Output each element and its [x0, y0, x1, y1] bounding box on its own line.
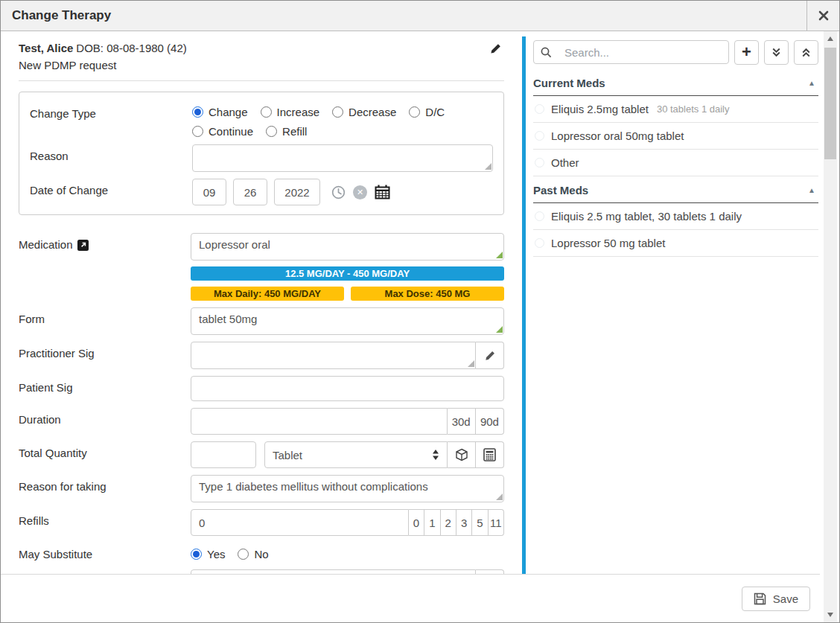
refill-11-button[interactable]: 11 [489, 509, 504, 536]
scrollbar-up-button[interactable] [824, 33, 837, 45]
x-circle-icon: ✕ [357, 188, 363, 197]
med-item-lopressor-current[interactable]: Lopressor oral 50mg tablet [533, 123, 818, 150]
triangle-down-icon [827, 613, 833, 617]
prescriber-label: Prescriber [19, 569, 191, 575]
prescriber-select[interactable]: Select User [191, 569, 476, 575]
max-dose-badge: Max Dose: 450 MG [351, 287, 504, 301]
pdmp-request-link[interactable]: New PDMP request [19, 59, 504, 71]
close-button[interactable] [806, 1, 839, 31]
scrollbar-thumb[interactable] [824, 48, 836, 159]
radio-change[interactable]: Change [192, 106, 248, 118]
radio-substitute-yes[interactable]: Yes [191, 548, 225, 560]
med-item-eliquis-current[interactable]: Eliquis 2.5mg tablet 30 tablets 1 daily [533, 96, 818, 123]
calendar-button[interactable] [375, 185, 390, 199]
date-day-input[interactable] [233, 179, 267, 205]
add-med-button[interactable]: + [734, 40, 759, 65]
external-link-icon [77, 240, 89, 251]
clock-icon [331, 185, 346, 199]
double-chevron-down-icon [771, 47, 782, 58]
refill-0-button[interactable]: 0 [409, 509, 424, 536]
reason-textarea[interactable] [192, 144, 493, 172]
refill-5-button[interactable]: 5 [472, 509, 488, 536]
refills-input[interactable] [191, 509, 409, 536]
vertical-scrollbar[interactable] [824, 31, 837, 622]
plus-icon: + [742, 44, 751, 60]
med-radio-icon [535, 104, 544, 114]
radio-refill[interactable]: Refill [266, 125, 307, 138]
date-month-input[interactable] [192, 179, 226, 205]
resize-grip-icon[interactable] [496, 493, 503, 500]
clock-button[interactable] [331, 185, 346, 199]
change-therapy-dialog: Change Therapy Test, AliceDOB: 08-08-198… [0, 0, 840, 623]
expand-all-button[interactable] [764, 40, 789, 65]
save-icon [754, 592, 766, 605]
radio-no-dot [238, 549, 249, 560]
refill-3-button[interactable]: 3 [456, 509, 472, 536]
date-of-change-group: ✕ [192, 179, 390, 205]
unit-select[interactable]: Tablet [264, 441, 448, 468]
radio-continue-dot [192, 126, 203, 137]
edit-sig-button[interactable] [476, 342, 504, 369]
resize-grip-icon[interactable] [485, 163, 491, 170]
current-meds-section: Current Meds ▲ Eliquis 2.5mg tablet 30 t… [533, 72, 818, 176]
edit-patient-button[interactable] [490, 43, 501, 54]
calculator-icon [483, 448, 496, 461]
form-label: Form [19, 307, 191, 335]
duration-30d-button[interactable]: 30d [448, 408, 476, 435]
med-item-eliquis-past[interactable]: Eliquis 2.5 mg tablet, 30 tablets 1 dail… [533, 203, 818, 230]
resize-grip-icon[interactable] [468, 360, 474, 367]
resize-grip-icon[interactable] [496, 326, 503, 333]
radio-yes-dot [191, 549, 202, 560]
radio-refill-dot [266, 126, 277, 137]
collapse-triangle-icon: ▲ [808, 79, 815, 87]
collapse-all-button[interactable] [794, 40, 818, 65]
reason-label: Reason [30, 144, 192, 172]
med-radio-icon [535, 238, 544, 248]
reason-for-taking-textarea[interactable]: Type 1 diabetes mellitus without complic… [191, 475, 504, 502]
save-button[interactable]: Save [742, 587, 810, 611]
radio-decrease[interactable]: Decrease [332, 106, 396, 118]
meds-search[interactable] [533, 40, 729, 64]
med-radio-icon [535, 211, 544, 221]
medication-textarea[interactable]: Lopressor oral [191, 233, 504, 261]
past-meds-header[interactable]: Past Meds ▲ [533, 179, 818, 203]
radio-dc[interactable]: D/C [409, 106, 445, 118]
radio-continue[interactable]: Continue [192, 125, 253, 138]
med-radio-icon [535, 131, 544, 141]
refills-label: Refills [19, 509, 191, 536]
date-year-input[interactable] [274, 179, 320, 205]
open-medication-button[interactable] [77, 240, 89, 251]
form-textarea[interactable]: tablet 50mg [191, 307, 504, 335]
calculator-button[interactable] [476, 441, 504, 468]
clear-date-button[interactable]: ✕ [353, 185, 367, 199]
med-item-other[interactable]: Other [533, 150, 818, 176]
current-meds-header[interactable]: Current Meds ▲ [533, 72, 818, 96]
patient-sig-label: Patient Sig [19, 376, 191, 401]
practitioner-sig-textarea[interactable] [191, 342, 476, 369]
resize-grip-icon[interactable] [496, 252, 503, 258]
patient-sig-input[interactable] [191, 376, 504, 401]
collapse-triangle-icon: ▲ [808, 186, 815, 194]
radio-substitute-no[interactable]: No [238, 548, 268, 560]
practitioner-sig-label: Practitioner Sig [19, 342, 191, 369]
refill-1-button[interactable]: 1 [424, 509, 440, 536]
total-quantity-input[interactable] [191, 441, 256, 468]
date-of-change-label: Date of Change [30, 179, 192, 205]
substitute-radio-group: Yes No [191, 543, 281, 560]
duration-input[interactable] [191, 408, 448, 435]
med-item-lopressor-past[interactable]: Lopressor 50 mg tablet [533, 230, 818, 257]
search-icon [541, 47, 552, 58]
current-meds-title: Current Meds [533, 77, 605, 89]
package-lookup-button[interactable] [448, 441, 476, 468]
scrollbar-down-button[interactable] [824, 609, 837, 621]
patient-name: Test, Alice [19, 42, 73, 54]
radio-decrease-dot [332, 106, 343, 118]
select-prescriber-user-button[interactable] [476, 569, 504, 575]
double-chevron-up-icon [801, 47, 812, 58]
patient-dob: DOB: 08-08-1980 (42) [76, 42, 186, 54]
refill-2-button[interactable]: 2 [441, 509, 456, 536]
select-arrows-icon [432, 450, 439, 460]
duration-90d-button[interactable]: 90d [476, 408, 504, 435]
radio-increase[interactable]: Increase [261, 106, 320, 118]
meds-search-input[interactable] [557, 42, 722, 63]
